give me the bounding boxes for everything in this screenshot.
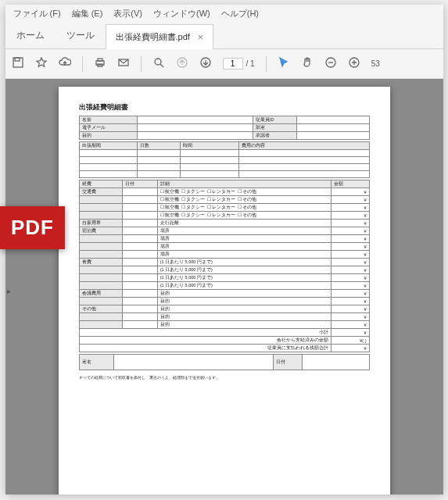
toolbar: / 1 53 [5,49,443,79]
tab-bar: ホーム ツール 出張経費明細書.pdf × [5,23,443,49]
svg-rect-1 [15,58,20,61]
tab-tool[interactable]: ツール [56,23,106,48]
select-tool-icon[interactable] [278,56,290,72]
page-total: / 1 [246,59,255,68]
signature-table: 署名日付 [79,354,370,370]
separator [141,56,142,72]
hand-tool-icon[interactable] [301,56,314,72]
menu-file[interactable]: ファイル (F) [13,8,61,20]
separator [266,56,267,72]
page-indicator: / 1 [223,58,255,70]
app-window: ファイル (F) 編集 (E) 表示(V) ウィンドウ(W) ヘルプ(H) ホー… [5,5,443,494]
tab-document[interactable]: 出張経費明細書.pdf × [106,24,214,49]
menu-edit[interactable]: 編集 (E) [72,8,103,20]
header-table: 名前従業員ID 電子メール部署 目的承認者 [79,116,370,140]
pdf-badge: PDF [0,206,65,249]
mail-icon[interactable] [117,56,130,72]
cloud-upload-icon[interactable] [59,56,71,72]
menu-bar: ファイル (F) 編集 (E) 表示(V) ウィンドウ(W) ヘルプ(H) [5,5,443,23]
zoom-in-icon[interactable] [348,56,360,72]
separator [82,56,83,72]
tab-close-icon[interactable]: × [198,31,204,43]
save-icon[interactable] [12,56,24,72]
document-viewer: ▸ 出張経費明細書 名前従業員ID 電子メール部署 目的承認者 出張期間日数時間… [5,79,443,495]
menu-help[interactable]: ヘルプ(H) [221,8,259,20]
menu-view[interactable]: 表示(V) [113,8,142,20]
zoom-percent: 53 [371,59,380,68]
search-icon[interactable] [152,56,165,72]
expense-table: 経費日付詳細金額 交通費航空機タクシーレンタカーその他¥ 航空機タクシーレンタカ… [79,180,370,352]
svg-rect-3 [98,59,102,61]
page-current-input[interactable] [223,58,243,70]
next-page-icon[interactable] [199,56,212,72]
print-icon[interactable] [94,56,106,72]
svg-point-6 [155,59,161,65]
tab-home[interactable]: ホーム [5,23,56,48]
menu-window[interactable]: ウィンドウ(W) [153,8,210,20]
tab-document-label: 出張経費明細書.pdf [116,31,190,43]
footnote: すべての経費について領収書を添付し、署名のうえ、経理部まで送付願います。 [79,375,370,380]
period-table: 出張期間日数時間費用の内容 [79,141,370,178]
zoom-out-icon[interactable] [324,56,337,72]
prev-page-icon[interactable] [176,56,188,72]
doc-title: 出張経費明細書 [79,102,370,112]
panel-toggle-icon[interactable]: ▸ [7,287,13,299]
document-page: 出張経費明細書 名前従業員ID 電子メール部署 目的承認者 出張期間日数時間費用… [59,87,390,495]
star-icon[interactable] [35,56,48,72]
